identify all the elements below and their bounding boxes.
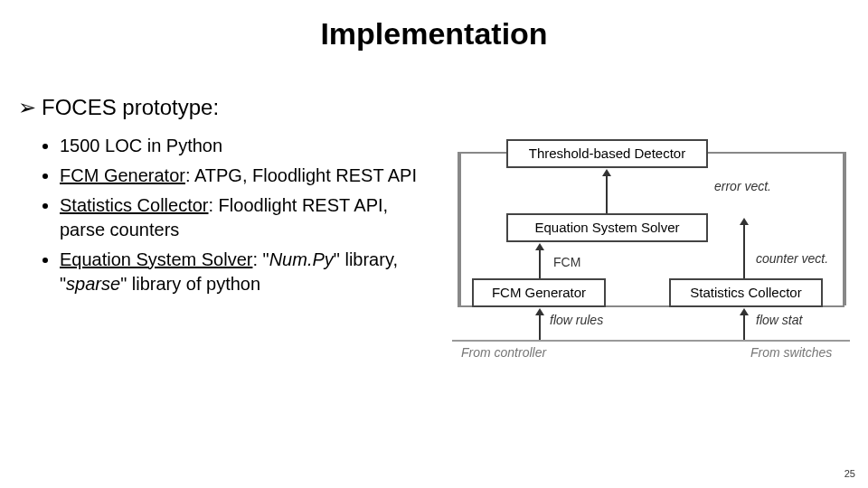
group-bracket-bottom-left	[458, 305, 472, 307]
bullet-underlined-term: Equation System Solver	[60, 249, 252, 269]
bullet-rest-prefix: : "	[252, 249, 269, 269]
main-bullet: ➢ FOCES prototype:	[18, 95, 850, 121]
caption-from-controller: From controller	[461, 345, 546, 360]
bullet-rest-suffix: " library of python	[120, 274, 260, 294]
slide-container: Implementation ➢ FOCES prototype: 1500 L…	[0, 0, 868, 488]
two-column-layout: 1500 LOC in Python FCM Generator: ATPG, …	[18, 134, 850, 369]
bullet-underlined-term: Statistics Collector	[60, 195, 209, 215]
bullet-underlined-term: FCM Generator	[60, 165, 185, 185]
arrow-stats-to-solver	[743, 224, 745, 278]
box-equation-solver: Equation System Solver	[506, 213, 708, 242]
box-statistics-collector: Statistics Collector	[669, 278, 823, 307]
bullet-italic-term: Num.Py	[269, 249, 334, 269]
group-bracket-top-left	[458, 152, 506, 154]
left-column: 1500 LOC in Python FCM Generator: ATPG, …	[18, 134, 438, 369]
label-flow-stat: flow stat	[756, 313, 802, 327]
box-threshold-detector: Threshold-based Detector	[506, 139, 708, 168]
bullet-marker-arrow: ➢	[18, 95, 36, 121]
bullet-text: 1500 LOC in Python	[60, 136, 222, 155]
group-bracket-bottom-right	[823, 305, 844, 307]
bullet-italic-term: sparse	[66, 274, 120, 294]
page-number: 25	[844, 468, 855, 479]
sub-bullet-list: 1500 LOC in Python FCM Generator: ATPG, …	[40, 134, 438, 296]
box-fcm-generator: FCM Generator	[472, 278, 606, 307]
arrow-solver-to-detector	[606, 175, 608, 213]
label-error-vect: error vect.	[714, 179, 771, 193]
bullet-rest: : ATPG, Floodlight REST API	[185, 165, 417, 185]
group-bracket-top-right	[708, 152, 844, 154]
label-flow-rules: flow rules	[550, 313, 603, 327]
diagram-divider-line	[452, 340, 850, 342]
group-bracket-left	[458, 152, 461, 305]
group-bracket-right	[843, 152, 846, 305]
main-bullet-text: FOCES prototype:	[42, 95, 219, 120]
slide-title: Implementation	[0, 16, 868, 52]
arrow-switches-to-stats	[743, 314, 745, 340]
sub-bullet: FCM Generator: ATPG, Floodlight REST API	[60, 164, 438, 188]
arrow-fcm-to-solver	[539, 249, 541, 278]
arrow-controller-to-fcm	[539, 314, 541, 340]
sub-bullet: Statistics Collector: Floodlight REST AP…	[60, 193, 438, 242]
architecture-diagram: Threshold-based Detector Equation System…	[452, 134, 850, 369]
content-region: ➢ FOCES prototype: 1500 LOC in Python FC…	[18, 95, 850, 369]
label-fcm: FCM	[553, 255, 580, 269]
sub-bullet: 1500 LOC in Python	[60, 134, 438, 158]
right-column: Threshold-based Detector Equation System…	[452, 134, 850, 369]
sub-bullet: Equation System Solver: "Num.Py" library…	[60, 248, 438, 296]
label-counter-vect: counter vect.	[756, 251, 828, 266]
group-bracket-bottom-mid	[606, 305, 669, 307]
caption-from-switches: From switches	[750, 345, 832, 360]
